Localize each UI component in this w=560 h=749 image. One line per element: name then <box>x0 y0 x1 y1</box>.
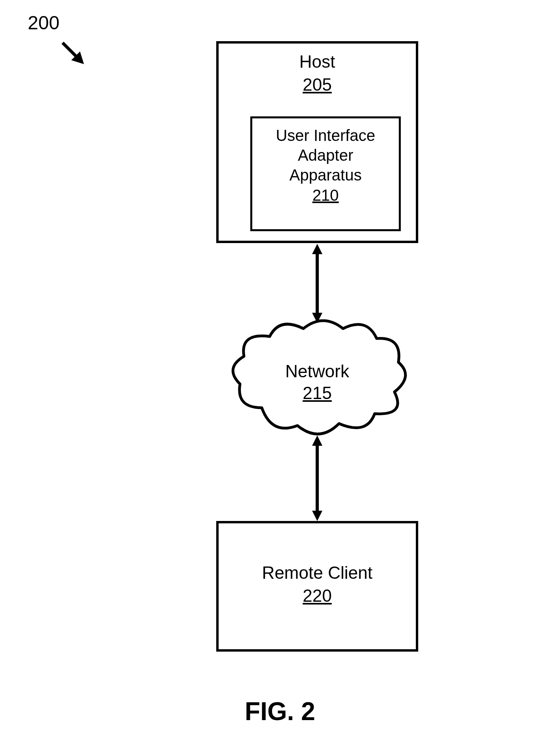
ui-adapter-label-l2: Adapter <box>298 146 353 164</box>
host-box: Host 205 User Interface Adapter Apparatu… <box>216 41 418 243</box>
ui-adapter-label-l3: Apparatus <box>290 166 362 184</box>
remote-client-label: Remote Client <box>219 563 416 583</box>
svg-marker-7 <box>312 511 322 521</box>
network-label: Network <box>224 360 410 382</box>
network-ref-number: 215 <box>224 383 410 403</box>
ui-adapter-label-l1: User Interface <box>276 127 375 144</box>
network-cloud: Network 215 <box>224 317 410 447</box>
host-network-arrow-icon <box>311 244 323 323</box>
host-ref-number: 205 <box>219 75 416 95</box>
host-label: Host <box>219 51 416 72</box>
figure-caption: FIG. 2 <box>0 697 560 726</box>
diagram-canvas: 200 Host 205 User Interface Adapter Appa… <box>0 0 560 749</box>
network-client-arrow-icon <box>311 435 323 521</box>
reference-arrow-icon <box>59 40 91 71</box>
remote-client-ref-number: 220 <box>219 586 416 606</box>
remote-client-box: Remote Client 220 <box>216 521 418 652</box>
ui-adapter-label: User Interface Adapter Apparatus <box>252 125 399 185</box>
svg-marker-3 <box>312 244 322 254</box>
cloud-icon <box>224 317 410 447</box>
figure-reference-number: 200 <box>28 12 59 34</box>
svg-marker-6 <box>312 435 322 446</box>
ui-adapter-ref-number: 210 <box>252 186 399 204</box>
ui-adapter-box: User Interface Adapter Apparatus 210 <box>250 116 401 231</box>
